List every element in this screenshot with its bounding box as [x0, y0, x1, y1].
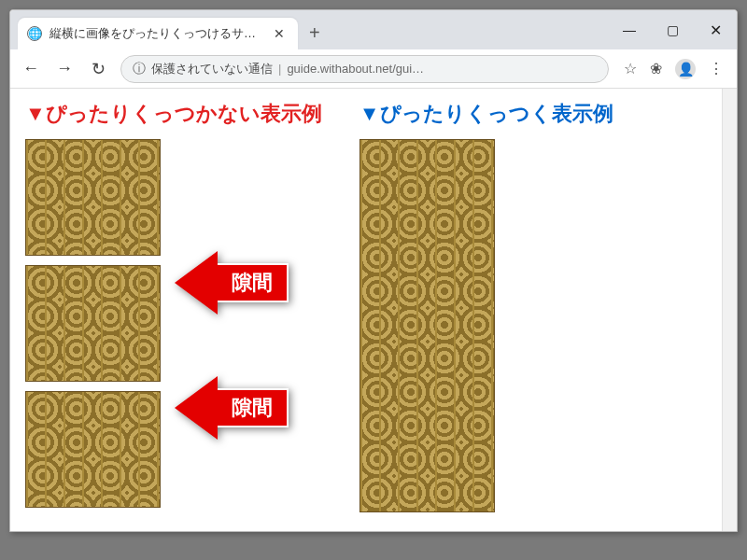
new-tab-button[interactable]: + — [298, 22, 331, 49]
gap-arrow-annotation: 隙間 — [175, 376, 289, 440]
browser-tab[interactable]: 🌐 縦横に画像をぴったりくっつけるサンプ ✕ — [18, 18, 298, 49]
browser-window: 🌐 縦横に画像をぴったりくっつけるサンプ ✕ + — ▢ ✕ ← → ↻ ⓘ 保… — [9, 9, 738, 532]
pattern-image-joined — [359, 139, 495, 512]
toolbar-right: ☆ ❀ 👤 ⋮ — [620, 59, 727, 79]
scrollbar[interactable] — [722, 89, 737, 531]
extension-icon[interactable]: ❀ — [650, 60, 662, 77]
menu-button[interactable]: ⋮ — [709, 60, 724, 77]
arrow-left-icon — [175, 376, 218, 440]
tab-bar: 🌐 縦横に画像をぴったりくっつけるサンプ ✕ + — ▢ ✕ — [10, 10, 737, 49]
address-field[interactable]: ⓘ 保護されていない通信 | guide.withabout.net/gui… — [120, 55, 609, 83]
pattern-image — [25, 265, 161, 382]
pattern-image — [25, 391, 161, 508]
profile-avatar[interactable]: 👤 — [675, 59, 696, 79]
globe-icon: 🌐 — [27, 26, 42, 41]
gap-label: 隙間 — [218, 263, 289, 302]
gap-label: 隙間 — [218, 388, 289, 427]
arrow-left-icon — [175, 251, 218, 315]
address-bar: ← → ↻ ⓘ 保護されていない通信 | guide.withabout.net… — [10, 49, 737, 89]
forward-button[interactable]: → — [53, 59, 76, 78]
left-column: ▼ぴったりくっつかない表示例 隙間 隙間 — [25, 100, 322, 520]
reload-button[interactable]: ↻ — [87, 59, 109, 79]
right-column: ▼ぴったりくっつく表示例 — [359, 100, 613, 520]
minimize-button[interactable]: — — [608, 13, 651, 47]
url-text: guide.withabout.net/gui… — [287, 62, 424, 76]
address-divider: | — [278, 62, 281, 76]
maximize-button[interactable]: ▢ — [651, 13, 694, 47]
back-button[interactable]: ← — [20, 59, 42, 78]
close-button[interactable]: ✕ — [694, 13, 737, 47]
security-status: 保護されていない通信 — [151, 61, 273, 77]
left-heading: ▼ぴったりくっつかない表示例 — [25, 100, 322, 128]
page-content: ▼ぴったりくっつかない表示例 隙間 隙間 ▼ぴったりくっつく表示例 — [10, 89, 722, 531]
pattern-image — [25, 139, 161, 256]
page-viewport: ▼ぴったりくっつかない表示例 隙間 隙間 ▼ぴったりくっつく表示例 — [10, 89, 737, 531]
bookmark-star-icon[interactable]: ☆ — [624, 60, 637, 77]
right-heading: ▼ぴったりくっつく表示例 — [359, 100, 613, 128]
tab-close-button[interactable]: ✕ — [270, 26, 289, 41]
window-controls: — ▢ ✕ — [608, 10, 737, 49]
gap-arrow-annotation: 隙間 — [175, 251, 289, 315]
tab-title: 縦横に画像をぴったりくっつけるサンプ — [49, 25, 262, 42]
site-info-icon[interactable]: ⓘ — [133, 61, 146, 77]
